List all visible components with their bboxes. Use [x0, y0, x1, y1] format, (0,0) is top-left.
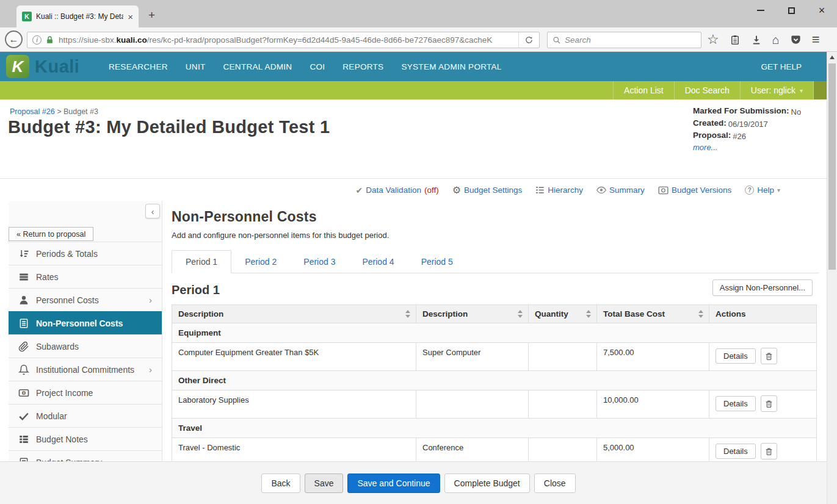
- meta-created-value: 06/19/2017: [728, 120, 768, 129]
- help-menu[interactable]: ? Help ▾: [745, 185, 780, 195]
- cell-total: 7,500.00: [597, 343, 709, 371]
- sidebar-item-label: Modular: [36, 411, 67, 421]
- reload-button[interactable]: [518, 32, 539, 48]
- assign-non-personnel-button[interactable]: Assign Non-Personnel...: [712, 279, 813, 296]
- details-button[interactable]: Details: [716, 348, 756, 364]
- sidebar-item-rates[interactable]: Rates: [9, 265, 162, 288]
- sidebar-item-non-personnel-costs[interactable]: Non-Personnel Costs: [9, 311, 162, 334]
- back-button[interactable]: ←: [5, 31, 23, 48]
- hamburger-menu-icon[interactable]: ≡: [812, 33, 819, 46]
- kuali-logo[interactable]: K: [6, 55, 29, 78]
- nav-central-admin[interactable]: CENTRAL ADMIN: [223, 62, 292, 71]
- person-icon: [18, 295, 29, 306]
- window-close-button[interactable]: ×: [806, 0, 837, 21]
- search-input[interactable]: [565, 35, 696, 45]
- search-bar[interactable]: [547, 32, 701, 48]
- user-menu[interactable]: User: nglick ▾: [740, 81, 813, 99]
- col-total-base-cost[interactable]: Total Base Cost: [597, 305, 709, 323]
- cell-total: 10,000.00: [597, 391, 709, 419]
- chevron-right-icon: ›: [149, 295, 152, 305]
- cell-quantity: [529, 343, 597, 371]
- browser-tab[interactable]: K Kuali :: Budget #3: My Detail ×: [16, 5, 139, 27]
- summary-action[interactable]: Summary: [596, 185, 645, 195]
- delete-button[interactable]: [761, 348, 777, 364]
- sidebar-item-label: Subawards: [36, 342, 79, 351]
- breadcrumb-separator: >: [57, 107, 61, 116]
- sort-icon[interactable]: [586, 310, 591, 318]
- table-header-row: Description Description Quantity Total B…: [172, 305, 817, 323]
- complete-budget-button[interactable]: Complete Budget: [444, 473, 530, 493]
- tab-period-3[interactable]: Period 3: [290, 250, 349, 273]
- url-bar[interactable]: i https://siue-sbx.kuali.co/res/kc-pd-kr…: [27, 32, 540, 48]
- nav-researcher[interactable]: RESEARCHER: [109, 62, 168, 71]
- page-scrollbar[interactable]: [827, 52, 837, 504]
- get-help-link[interactable]: GET HELP: [761, 52, 802, 81]
- nav-system-admin-portal[interactable]: SYSTEM ADMIN PORTAL: [401, 62, 501, 71]
- non-personnel-table: Description Description Quantity Total B…: [172, 304, 817, 466]
- home-icon[interactable]: ⌂: [772, 34, 780, 46]
- toolbar-icons: ☆ ⌂ ≡: [707, 31, 819, 49]
- doc-search-link[interactable]: Doc Search: [674, 81, 740, 99]
- sidebar-item-modular[interactable]: Modular: [9, 404, 162, 427]
- col-description-1[interactable]: Description: [172, 305, 416, 323]
- tab-title: Kuali :: Budget #3: My Detail: [36, 12, 123, 21]
- section-description: Add and configure non-personnel items fo…: [172, 231, 819, 240]
- tab-close-icon[interactable]: ×: [128, 12, 133, 22]
- sidebar-item-budget-summary[interactable]: Budget Summary: [9, 450, 162, 461]
- sidebar-item-budget-notes[interactable]: Budget Notes: [9, 427, 162, 450]
- save-button[interactable]: Save: [305, 473, 344, 493]
- downloads-icon[interactable]: [751, 34, 762, 46]
- close-button[interactable]: Close: [534, 473, 576, 493]
- sidebar-item-periods-totals[interactable]: Periods & Totals: [9, 242, 162, 265]
- sidebar-item-personnel-costs[interactable]: Personnel Costs ›: [9, 288, 162, 311]
- tab-period-1[interactable]: Period 1: [172, 250, 231, 273]
- bookmarks-clipboard-icon[interactable]: [730, 34, 741, 46]
- chevron-down-icon: ▾: [800, 87, 803, 94]
- breadcrumb-proposal-link[interactable]: Proposal #26: [10, 107, 55, 116]
- scrollbar-thumb[interactable]: [828, 63, 836, 270]
- col-quantity[interactable]: Quantity: [529, 305, 597, 323]
- tab-period-5[interactable]: Period 5: [408, 250, 466, 273]
- scrollbar-up-arrow[interactable]: [827, 52, 837, 62]
- sort-icon[interactable]: [518, 310, 523, 318]
- checkmark-icon: [18, 411, 29, 422]
- window-minimize-button[interactable]: [745, 0, 776, 21]
- sidebar-item-project-income[interactable]: 0 Project Income: [9, 381, 162, 404]
- col-description-2[interactable]: Description: [416, 305, 529, 323]
- window-maximize-button[interactable]: [776, 0, 806, 21]
- save-and-continue-button[interactable]: Save and Continue: [347, 473, 440, 493]
- tab-period-2[interactable]: Period 2: [231, 250, 290, 273]
- sort-icon[interactable]: [405, 310, 410, 318]
- page-info-icon[interactable]: i: [32, 35, 42, 45]
- details-button[interactable]: Details: [716, 444, 756, 459]
- pocket-icon[interactable]: [790, 34, 802, 46]
- sidebar-item-institutional-commitments[interactable]: Institutional Commitments ›: [9, 358, 162, 381]
- nav-unit[interactable]: UNIT: [186, 62, 206, 71]
- kuali-brand-text: Kuali: [35, 57, 79, 77]
- sidebar-collapse-button[interactable]: ‹: [145, 204, 160, 218]
- details-button[interactable]: Details: [716, 396, 756, 411]
- sidebar-nav: Periods & Totals Rates Personnel Costs ›: [9, 242, 162, 461]
- data-validation-action[interactable]: ✔ Data Validation (off): [356, 185, 439, 195]
- budget-versions-action[interactable]: Budget Versions: [658, 185, 731, 195]
- return-to-proposal-button[interactable]: « Return to proposal: [9, 227, 93, 241]
- delete-button[interactable]: [761, 395, 777, 412]
- new-tab-button[interactable]: +: [148, 9, 155, 22]
- check-icon: ✔: [356, 185, 363, 195]
- delete-button[interactable]: [761, 443, 777, 459]
- budget-settings-action[interactable]: ⚙ Budget Settings: [452, 184, 523, 196]
- gear-icon: ⚙: [452, 184, 461, 196]
- hierarchy-action[interactable]: Hierarchy: [535, 185, 583, 195]
- back-button-footer[interactable]: Back: [261, 473, 300, 493]
- more-link[interactable]: more...: [693, 143, 821, 152]
- sidebar-item-subawards[interactable]: Subawards: [9, 334, 162, 358]
- versions-badge-icon: [658, 186, 669, 195]
- nav-reports[interactable]: REPORTS: [342, 62, 383, 71]
- help-icon: ?: [745, 185, 754, 195]
- bookmark-star-icon[interactable]: ☆: [707, 33, 719, 46]
- trash-icon: [765, 400, 773, 408]
- nav-coi[interactable]: COI: [310, 62, 325, 71]
- sort-icon[interactable]: [698, 310, 703, 318]
- action-list-link[interactable]: Action List: [613, 81, 674, 99]
- tab-period-4[interactable]: Period 4: [349, 250, 407, 273]
